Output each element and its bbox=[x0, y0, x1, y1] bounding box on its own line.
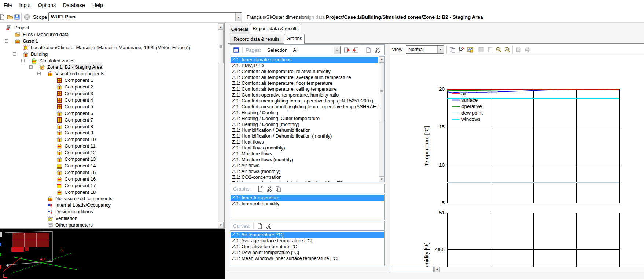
viewport-3d[interactable]: S HP bbox=[0, 229, 225, 279]
tree-item-component-10[interactable]: Component 10 bbox=[0, 136, 217, 143]
pages-list-item[interactable]: Z.1: Air flows bbox=[231, 163, 378, 169]
hscrollbar-track[interactable] bbox=[440, 267, 644, 272]
pages-scrollbar-thumb[interactable] bbox=[379, 62, 384, 121]
tree-item-component-5[interactable]: Component 5 bbox=[0, 104, 217, 110]
chart-settings-button[interactable] bbox=[466, 46, 474, 54]
graphs-list-item[interactable]: Z.1: Inner temperature bbox=[231, 195, 384, 201]
menu-database[interactable]: Database bbox=[59, 0, 89, 10]
new-project-button[interactable] bbox=[0, 13, 6, 21]
tree-item-component-1[interactable]: Component 1 bbox=[0, 77, 217, 84]
tree-scrollbar-thumb[interactable] bbox=[218, 30, 224, 63]
tree-item-not-visualized-components[interactable]: Not visualized components bbox=[0, 195, 217, 202]
menu-options[interactable]: Options bbox=[34, 0, 59, 10]
pages-list-item[interactable]: Z.1: Heating / Cooling (monthly) bbox=[231, 122, 378, 127]
pages-list-item[interactable]: Z.1: CO2-concentration bbox=[231, 174, 378, 180]
tree-collapse-icon[interactable]: − bbox=[29, 65, 33, 69]
tree-collapse-icon[interactable]: − bbox=[5, 39, 8, 43]
tree-item-component-13[interactable]: Component 13 bbox=[0, 156, 217, 163]
pages-list-item[interactable]: Z.1: Comfort: air temperature, floor tem… bbox=[231, 80, 378, 86]
tree-collapse-icon[interactable]: − bbox=[21, 59, 25, 62]
pages-grid-icon[interactable] bbox=[233, 47, 239, 53]
new-page-icon[interactable] bbox=[365, 47, 371, 53]
scroll-down-icon[interactable]: ▼ bbox=[379, 176, 384, 182]
tree-item-project[interactable]: Project bbox=[0, 25, 217, 31]
tree-item-component-17[interactable]: Component 17 bbox=[0, 182, 217, 189]
chart-hscrollbar[interactable]: ◀ bbox=[390, 267, 644, 272]
view-mode-combobox[interactable]: Normal ▼ bbox=[406, 45, 444, 54]
pages-scrollbar[interactable]: ▲ ▼ bbox=[379, 56, 384, 182]
tree-scrollbar[interactable]: ▲ ▼ bbox=[218, 23, 224, 228]
pages-list-item[interactable]: Z.1: Comfort: air temperature, relative … bbox=[231, 69, 378, 75]
remove-page-icon[interactable] bbox=[353, 47, 359, 53]
pages-list-item[interactable]: Z.1: Comfort: air temperature, average s… bbox=[231, 75, 378, 80]
tree-item-case-1[interactable]: −Case 1 bbox=[0, 38, 217, 44]
pages-list-item[interactable]: Z.1: Moisture flows (monthly) bbox=[231, 157, 378, 163]
selection-combobox[interactable]: All ▼ bbox=[291, 46, 341, 54]
pages-list-item[interactable]: Z.1: Humidification / Dehumidification (… bbox=[231, 133, 378, 139]
save-button[interactable] bbox=[13, 13, 21, 21]
tree-item-component-11[interactable]: Component 11 bbox=[0, 143, 217, 149]
pages-list-item[interactable]: Z.1: Comfort: air temperature, ceiling t… bbox=[231, 86, 378, 92]
pages-list-item[interactable]: Z.1: Comfort: mean monthly gliding temp.… bbox=[231, 104, 378, 110]
menu-file[interactable]: File bbox=[0, 0, 16, 10]
tree-item-internal-loads-occupancy[interactable]: Internal Loads/Occupancy bbox=[0, 202, 217, 209]
copy-icon[interactable] bbox=[275, 186, 281, 192]
pages-list-item[interactable]: Z.1: Moisture flows bbox=[231, 151, 378, 157]
chevron-down-icon[interactable]: ▼ bbox=[235, 13, 242, 21]
curves-list-item[interactable]: Z.1: Air temperature [°C] bbox=[231, 232, 384, 238]
pages-list-item[interactable]: Z.1: Air flows (monthly) bbox=[231, 169, 378, 174]
tree-item-design-conditions[interactable]: Design conditions bbox=[0, 209, 217, 215]
curves-list-item[interactable]: Z.1: Dew point temperature [°C] bbox=[231, 250, 384, 256]
graphs-list-item[interactable]: Z.1: Inner rel. humidity bbox=[231, 201, 384, 207]
chevron-down-icon[interactable]: ▼ bbox=[437, 46, 444, 53]
scroll-down-icon[interactable]: ▼ bbox=[218, 222, 224, 228]
tree-item-component-4[interactable]: Component 4 bbox=[0, 97, 217, 104]
new-page-icon[interactable] bbox=[257, 223, 263, 229]
tree-item-component-3[interactable]: Component 3 bbox=[0, 90, 217, 97]
tree-item-component-15[interactable]: Component 15 bbox=[0, 169, 217, 176]
scroll-up-icon[interactable]: ▲ bbox=[379, 56, 384, 62]
tree-item-simulated-zones[interactable]: −Simulated zones bbox=[0, 58, 217, 64]
pages-list-item[interactable]: Z.1: Heat flows bbox=[231, 139, 378, 145]
tree-collapse-icon[interactable]: − bbox=[13, 52, 16, 56]
pages-list-item[interactable]: Z.1: Comfort: operative temperature, hum… bbox=[231, 92, 378, 98]
pages-list-item[interactable]: Z.1: Heating / Cooling, Outer temperatur… bbox=[231, 116, 378, 122]
add-page-icon[interactable] bbox=[343, 47, 350, 53]
tab-report-data-results[interactable]: Report: data & results bbox=[250, 24, 301, 34]
cut-icon[interactable] bbox=[266, 223, 272, 229]
new-page-icon[interactable] bbox=[257, 186, 263, 192]
copy-chart-button[interactable] bbox=[448, 46, 456, 54]
tree-item-component-14[interactable]: Component 14 bbox=[0, 163, 217, 169]
tree-item-component-9[interactable]: Component 9 bbox=[0, 130, 217, 136]
tab-general[interactable]: General bbox=[230, 25, 249, 34]
tree-item-component-8[interactable]: Component 8 bbox=[0, 123, 217, 130]
curves-list-item[interactable]: Z.1: Average surface temperature [°C] bbox=[231, 238, 384, 244]
tree-collapse-icon[interactable]: − bbox=[37, 72, 41, 75]
cut-icon[interactable] bbox=[266, 186, 272, 192]
tree-item-component-18[interactable]: Component 18 bbox=[0, 189, 217, 196]
tree-item-localization-climate-marseille[interactable]: Localization/Climate: Marseille (Marseil… bbox=[0, 44, 217, 51]
menu-input[interactable]: Input bbox=[16, 0, 34, 10]
zoom-out-button[interactable] bbox=[503, 46, 511, 54]
tree-item-ventilation[interactable]: Ventilation bbox=[0, 215, 217, 222]
pages-list-item[interactable]: Z.1: Inner- and outer absolute humidity,… bbox=[231, 180, 378, 182]
pages-list-item[interactable]: Z.1: PMV, PPD bbox=[231, 63, 378, 69]
scope-combobox[interactable]: WUFI Plus ▼ bbox=[48, 12, 242, 21]
tree-item-building[interactable]: −Building bbox=[0, 51, 217, 58]
pages-list-item[interactable]: Z.1: Inner climate conditions bbox=[231, 57, 378, 63]
help-button[interactable]: ? bbox=[23, 13, 31, 21]
curves-list-item[interactable]: Z.1: Mean windows inner surface temperat… bbox=[231, 256, 384, 261]
zoom-in-button[interactable] bbox=[494, 46, 503, 54]
assign-pointer-button[interactable] bbox=[457, 46, 465, 54]
tree-item-component-12[interactable]: Component 12 bbox=[0, 149, 217, 156]
tree-item-component-16[interactable]: Component 16 bbox=[0, 176, 217, 182]
tree-item-files-measured-data[interactable]: Files / Measured data bbox=[0, 31, 217, 38]
scroll-left-icon[interactable]: ◀ bbox=[434, 267, 440, 272]
pages-list-item[interactable]: Z.1: Humidification / Dehumidification bbox=[231, 127, 378, 133]
menu-help[interactable]: Help bbox=[89, 0, 107, 10]
scroll-up-icon[interactable]: ▲ bbox=[218, 24, 224, 30]
pages-list-item[interactable]: Z.1: Heating / Cooling bbox=[231, 110, 378, 116]
tab-graphs[interactable]: Graphs bbox=[284, 34, 305, 44]
tree-item-other-parameters[interactable]: Other parameters bbox=[0, 222, 217, 228]
chevron-down-icon[interactable]: ▼ bbox=[334, 46, 340, 54]
